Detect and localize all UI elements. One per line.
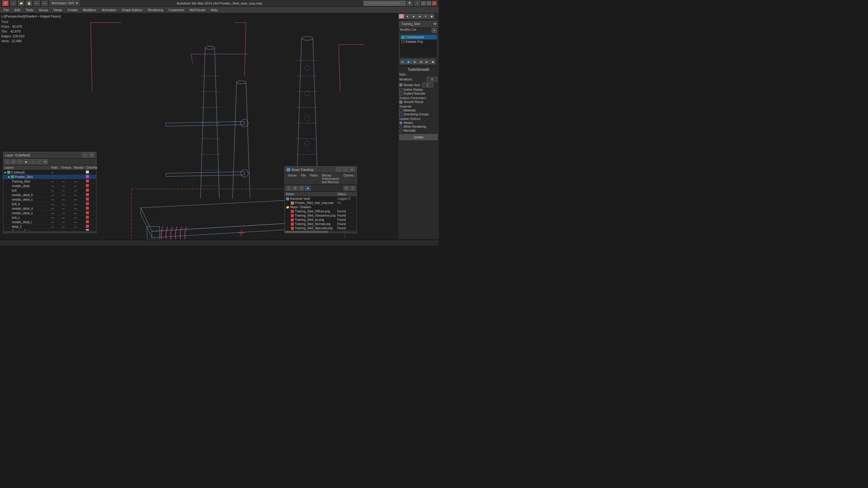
mode-btn-6[interactable]: ◼	[430, 59, 435, 64]
menu-tools[interactable]: Tools	[23, 7, 36, 12]
asset-row[interactable]: 📁 Maps / Shaders	[285, 205, 356, 209]
ts-update-button[interactable]: Update	[399, 134, 438, 140]
object-name-dropdown[interactable]: Training_Sled	[399, 21, 438, 27]
new-btn[interactable]: □	[10, 1, 16, 6]
ts-manually-radio[interactable]	[399, 129, 402, 132]
menu-maxscript[interactable]: MAXScript	[187, 7, 208, 12]
layer-row[interactable]: metalic_detal_c ———	[3, 197, 96, 202]
asset-close-btn[interactable]: ✕	[349, 167, 355, 172]
layer-row[interactable]: bolt ———	[3, 188, 96, 193]
modifier-checkbox[interactable]	[401, 36, 404, 39]
mode-btn-4[interactable]: ◀	[418, 59, 424, 64]
asset-row[interactable]: Training_Sled_Glossiness.png Found	[285, 214, 356, 218]
search-input[interactable]	[364, 1, 406, 6]
workspace-dropdown[interactable]: Workspace: Default	[50, 0, 80, 6]
asset-row[interactable]: Training_Sled_Diffuse.png Found	[285, 209, 356, 214]
menu-edit[interactable]: Edit	[12, 7, 23, 12]
ts-explicit-normals-checkbox[interactable]	[399, 92, 402, 95]
asset-btn-4[interactable]: ■	[305, 186, 310, 191]
layer-scrollbar[interactable]	[3, 230, 96, 233]
menu-file[interactable]: File	[1, 7, 11, 12]
layer-row[interactable]: Prowler_Sled ———	[3, 229, 96, 230]
help-btn[interactable]: ?	[414, 1, 420, 6]
layer-row[interactable]: detal_2 ———	[3, 224, 96, 229]
rp-icon-4[interactable]: ◀	[417, 14, 422, 19]
rp-icon-3[interactable]: ◆	[411, 14, 416, 19]
menu-help[interactable]: Help	[208, 7, 220, 12]
menu-rendering[interactable]: Rendering	[146, 7, 166, 12]
layer-row[interactable]: metalic_detal_d ———	[3, 206, 96, 211]
asset-btn-2[interactable]: ☰	[292, 186, 298, 191]
layer-delete-btn[interactable]: ✕	[11, 159, 16, 164]
layer-row[interactable]: Training_Sled ———	[3, 179, 96, 184]
menu-graph-editors[interactable]: Graph Editors	[120, 7, 145, 12]
asset-menu-file[interactable]: File	[299, 173, 307, 184]
menu-views[interactable]: Views	[51, 7, 64, 12]
ts-isoline-checkbox[interactable]	[399, 88, 402, 91]
layer-close-btn[interactable]: ✕	[89, 153, 94, 158]
layer-settings-btn[interactable]: ⚙	[42, 159, 48, 164]
menu-animation[interactable]: Animation	[99, 7, 119, 12]
ts-iterations-input[interactable]	[427, 77, 438, 82]
layer-help-btn[interactable]: ?	[82, 153, 88, 158]
rp-icon-5[interactable]: ▼	[423, 14, 428, 19]
ts-smooth-result-checkbox[interactable]	[399, 101, 402, 104]
asset-row[interactable]: Training_Sled_ior.png Found	[285, 218, 356, 222]
layer-row[interactable]: bolt_b ———	[3, 202, 96, 206]
asset-btn-3[interactable]: ≡	[299, 186, 304, 191]
asset-row[interactable]: Training_Sled_Specular.png Found	[285, 226, 356, 230]
rp-icon-6[interactable]: ◼	[429, 14, 434, 19]
modifier-checkbox[interactable]	[401, 40, 404, 43]
ts-materials-checkbox[interactable]	[399, 109, 402, 112]
modifier-editable-poly[interactable]: Editable Poly	[400, 39, 437, 44]
ts-render-iters-checkbox[interactable]	[399, 84, 402, 87]
layer-add-btn[interactable]: +	[17, 159, 23, 164]
rp-icon-2[interactable]: ■	[405, 14, 410, 19]
layer-move-btn[interactable]: ↕	[30, 159, 35, 164]
menu-create[interactable]: Create	[65, 7, 80, 12]
menu-modifiers[interactable]: Modifiers	[81, 7, 99, 12]
asset-row[interactable]: Prowler_Sled_max_vray.max Ok	[285, 201, 356, 205]
ts-render-iters-input[interactable]	[422, 83, 433, 87]
asset-refresh-btn[interactable]: ↻	[344, 186, 349, 191]
asset-menu-options[interactable]: Options	[341, 173, 355, 184]
asset-scrollbar[interactable]	[285, 230, 356, 233]
asset-menu-paths[interactable]: Paths	[308, 173, 320, 184]
menu-customize[interactable]: Customize	[166, 7, 187, 12]
layer-row[interactable]: metalic_detal ———	[3, 184, 96, 188]
asset-row[interactable]: Training_Sled_Normal.png Found	[285, 222, 356, 226]
modifier-turbosmooth[interactable]: TurboSmooth	[400, 35, 437, 39]
asset-menu-server[interactable]: Server	[286, 173, 299, 184]
app-icon[interactable]: 3	[2, 1, 8, 6]
open-btn[interactable]: 📁	[18, 1, 24, 6]
menu-group[interactable]: Group	[36, 7, 50, 12]
asset-maximize-btn[interactable]: □	[343, 167, 348, 172]
mode-btn-5[interactable]: ▶	[424, 59, 430, 64]
ts-smoothing-groups-checkbox[interactable]	[399, 113, 402, 116]
layer-row[interactable]: metalic_detal_b ———	[3, 193, 96, 197]
maximize-btn[interactable]: □	[427, 1, 431, 5]
layer-new-btn[interactable]: □	[4, 159, 10, 164]
save-btn[interactable]: 💾	[26, 1, 32, 6]
undo-btn[interactable]: ↩	[34, 1, 40, 6]
layer-row[interactable]: bolt_c ———	[3, 216, 96, 220]
asset-help-btn[interactable]: ?	[350, 186, 355, 191]
asset-table-body[interactable]: Autodesk Vault Logged O Prowler_Sled_max…	[285, 197, 356, 230]
layer-row[interactable]: metalic_detal_e ———	[3, 211, 96, 216]
viewport[interactable]: [+][Perspective][Shaded + Edged Faces] T…	[0, 13, 398, 239]
minimize-btn[interactable]: —	[421, 1, 426, 5]
mode-btn-1[interactable]: ■	[400, 59, 405, 64]
asset-btn-1[interactable]: □	[286, 186, 291, 191]
layer-row[interactable]: ▶ 0 (default) ✓	[3, 170, 96, 175]
mode-btn-2[interactable]: ■	[406, 59, 411, 64]
layer-row[interactable]: metalic_detal_f ———	[3, 220, 96, 224]
asset-menu-bitmap[interactable]: Bitmap Performance and Memory	[320, 173, 341, 184]
redo-btn[interactable]: ↪	[41, 1, 48, 6]
ts-always-radio[interactable]	[399, 121, 402, 124]
close-btn[interactable]: ✕	[432, 1, 436, 5]
ts-when-rendering-radio[interactable]	[399, 125, 402, 128]
modifier-list-dropdown-btn[interactable]: ▼	[432, 28, 437, 33]
asset-minimize-btn[interactable]: —	[336, 167, 341, 172]
layer-select-btn[interactable]: ▶	[24, 159, 29, 164]
layer-table-body[interactable]: ▶ 0 (default) ✓ ▶ Prowler_Sled	[3, 170, 96, 230]
